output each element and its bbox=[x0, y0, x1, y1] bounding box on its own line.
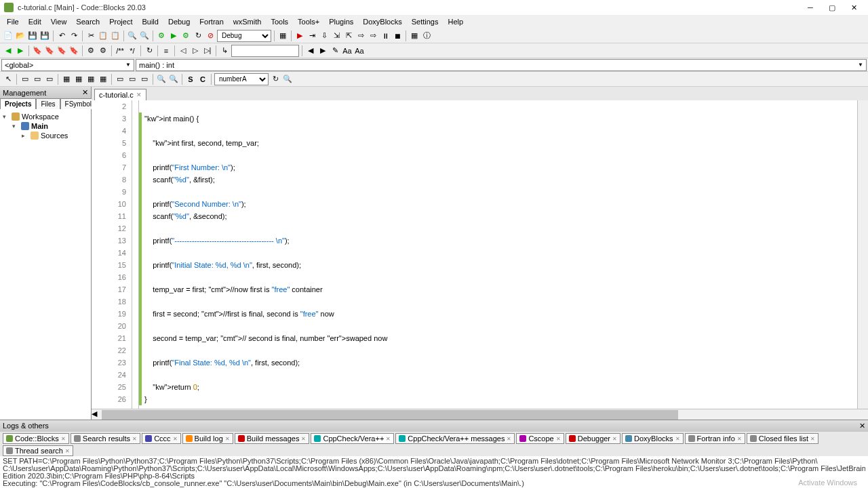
horizontal-scrollbar[interactable]: ◀ bbox=[92, 409, 868, 420]
bm-prev-icon[interactable]: 🔖 bbox=[44, 45, 55, 56]
log-tab-0[interactable]: Code::Blocks✕ bbox=[3, 433, 69, 444]
hl1-icon[interactable]: ◀ bbox=[305, 45, 316, 56]
code-editor[interactable]: 2345678910111213141516171819202122232425… bbox=[92, 100, 868, 409]
rebuild-icon[interactable]: ↻ bbox=[193, 30, 203, 41]
menu-tools[interactable]: Tools bbox=[267, 16, 292, 27]
nav-next-icon[interactable]: ▷ bbox=[190, 45, 201, 56]
logs-close-icon[interactable]: ✕ bbox=[859, 422, 865, 430]
grid2-icon[interactable]: ▦ bbox=[73, 74, 84, 85]
run-icon[interactable]: ▶ bbox=[168, 30, 179, 41]
vertical-scrollbar[interactable] bbox=[857, 100, 868, 409]
grid3-icon[interactable]: ▦ bbox=[85, 74, 96, 85]
tool-icon[interactable]: ▦ bbox=[277, 30, 288, 41]
log-tab-10[interactable]: Fortran info✕ bbox=[685, 433, 745, 444]
doxy2-icon[interactable]: */ bbox=[127, 45, 138, 56]
doxy-icon[interactable]: /** bbox=[115, 45, 125, 56]
tree-workspace[interactable]: ▾Workspace bbox=[3, 112, 88, 121]
diff-icon[interactable]: ≡ bbox=[161, 45, 172, 56]
scope-global-combo[interactable]: <global>▼ bbox=[1, 59, 134, 71]
tool-b-icon[interactable]: ⚙ bbox=[98, 45, 108, 56]
replace-icon[interactable]: 🔍 bbox=[139, 30, 150, 41]
next-line-icon[interactable]: ⇩ bbox=[319, 30, 330, 41]
menu-plugins[interactable]: Plugins bbox=[325, 16, 357, 27]
zoom-in-icon[interactable]: 🔍 bbox=[156, 74, 167, 85]
undo-icon[interactable]: ↶ bbox=[56, 30, 67, 41]
scope-function-combo[interactable]: main() : int▼ bbox=[136, 59, 867, 71]
select-icon[interactable]: ↖ bbox=[3, 74, 14, 85]
log-tab-1[interactable]: Search results✕ bbox=[71, 433, 140, 444]
log-tab-3[interactable]: Build log✕ bbox=[182, 433, 233, 444]
minimize-button[interactable]: ─ bbox=[800, 1, 821, 14]
next-instr-icon[interactable]: ⇨ bbox=[355, 30, 366, 41]
break-icon[interactable]: ⏸ bbox=[380, 30, 391, 41]
save-icon[interactable]: 💾 bbox=[27, 30, 38, 41]
step-instr-icon[interactable]: ⇨ bbox=[368, 30, 378, 41]
grid1-icon[interactable]: ▦ bbox=[61, 74, 72, 85]
bm-icon[interactable]: 🔖 bbox=[32, 45, 43, 56]
jump-icon[interactable]: ↳ bbox=[219, 45, 230, 56]
bm-next-icon[interactable]: 🔖 bbox=[56, 45, 67, 56]
bm-clear-icon[interactable]: 🔖 bbox=[68, 45, 79, 56]
build-run-icon[interactable]: ⚙ bbox=[180, 30, 191, 41]
layout3-icon[interactable]: ▭ bbox=[139, 74, 150, 85]
menu-search[interactable]: Search bbox=[72, 16, 104, 27]
open-icon[interactable]: 📂 bbox=[15, 30, 26, 41]
cut-icon[interactable]: ✂ bbox=[85, 30, 96, 41]
back-icon[interactable]: ◀ bbox=[3, 45, 14, 56]
paste-icon[interactable]: 📋 bbox=[110, 30, 121, 41]
log-tab-6[interactable]: CppCheck/Vera++ messages✕ bbox=[395, 433, 515, 444]
refresh-icon[interactable]: ↻ bbox=[144, 45, 155, 56]
tree-sources[interactable]: ▸Sources bbox=[3, 131, 88, 140]
log-tab-2[interactable]: Cccc✕ bbox=[142, 433, 180, 444]
menu-edit[interactable]: Edit bbox=[24, 16, 45, 27]
symbol-combo[interactable]: numberA bbox=[214, 73, 269, 85]
debug-windows-icon[interactable]: ▦ bbox=[409, 30, 420, 41]
sym-find-icon[interactable]: 🔍 bbox=[282, 74, 293, 85]
hl2-icon[interactable]: ▶ bbox=[317, 45, 328, 56]
grid4-icon[interactable]: ▦ bbox=[98, 74, 108, 85]
menu-settings[interactable]: Settings bbox=[408, 16, 443, 27]
menu-view[interactable]: View bbox=[47, 16, 71, 27]
log-tab-5[interactable]: CppCheck/Vera++✕ bbox=[311, 433, 394, 444]
menu-debug[interactable]: Debug bbox=[164, 16, 194, 27]
log-tab-7[interactable]: Cscope✕ bbox=[516, 433, 564, 444]
close-button[interactable]: ✕ bbox=[844, 1, 864, 14]
nav-prev-icon[interactable]: ◁ bbox=[178, 45, 189, 56]
search-field[interactable] bbox=[231, 45, 299, 57]
text-s-icon[interactable]: S bbox=[185, 74, 196, 85]
menu-help[interactable]: Help bbox=[443, 16, 467, 27]
box3-icon[interactable]: ▭ bbox=[44, 74, 55, 85]
log-tab-8[interactable]: Debugger✕ bbox=[566, 433, 620, 444]
tab-projects[interactable]: Projects bbox=[0, 98, 36, 109]
menu-doxyblocks[interactable]: DoxyBlocks bbox=[359, 16, 406, 27]
new-file-icon[interactable]: 📄 bbox=[3, 30, 14, 41]
sym-refresh-icon[interactable]: ↻ bbox=[270, 74, 281, 85]
find-icon[interactable]: 🔍 bbox=[127, 30, 138, 41]
copy-icon[interactable]: 📋 bbox=[98, 30, 108, 41]
menu-tools+[interactable]: Tools+ bbox=[294, 16, 323, 27]
run-to-cursor-icon[interactable]: ⇥ bbox=[307, 30, 317, 41]
redo-icon[interactable]: ↷ bbox=[68, 30, 79, 41]
editor-tab[interactable]: c-tutorial.c✕ bbox=[94, 89, 146, 100]
menu-fortran[interactable]: Fortran bbox=[195, 16, 227, 27]
menu-file[interactable]: File bbox=[3, 16, 23, 27]
menu-build[interactable]: Build bbox=[138, 16, 162, 27]
tree-project[interactable]: ▾Main bbox=[3, 121, 88, 131]
nav-last-icon[interactable]: ▷| bbox=[202, 45, 213, 56]
text-c-icon[interactable]: C bbox=[197, 74, 208, 85]
log-tab-11[interactable]: Closed files list✕ bbox=[747, 433, 818, 444]
zoom-out-icon[interactable]: 🔍 bbox=[168, 74, 179, 85]
menu-project[interactable]: Project bbox=[105, 16, 136, 27]
save-all-icon[interactable]: 💾 bbox=[39, 30, 50, 41]
layout2-icon[interactable]: ▭ bbox=[127, 74, 138, 85]
tool-a-icon[interactable]: ⚙ bbox=[85, 45, 96, 56]
tab-files[interactable]: Files bbox=[36, 98, 60, 109]
stop-icon[interactable]: ⏹ bbox=[392, 30, 403, 41]
build-target-combo[interactable]: Debug bbox=[217, 30, 271, 42]
layout1-icon[interactable]: ▭ bbox=[115, 74, 125, 85]
box2-icon[interactable]: ▭ bbox=[32, 74, 43, 85]
menu-wxsmith[interactable]: wxSmith bbox=[229, 16, 266, 27]
tab-close-icon[interactable]: ✕ bbox=[136, 92, 142, 98]
debug-run-icon[interactable]: ▶ bbox=[294, 30, 305, 41]
hl3-icon[interactable]: ✎ bbox=[330, 45, 340, 56]
